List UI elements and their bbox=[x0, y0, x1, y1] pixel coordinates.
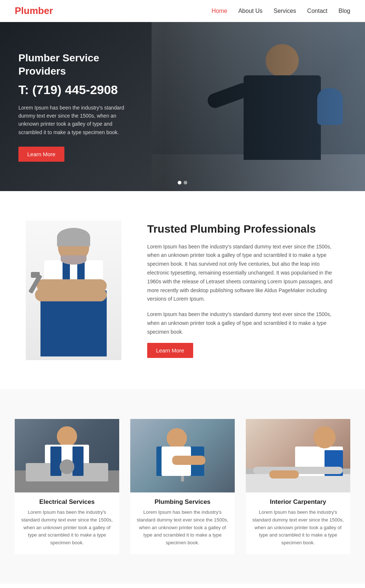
about-section: Trusted Plumbing Professionals Lorem Ips… bbox=[0, 191, 365, 390]
nav-item-about[interactable]: About Us bbox=[238, 8, 263, 14]
services-section: Electrical Services Lorem Ipsum has been… bbox=[0, 390, 365, 584]
nav-link-blog[interactable]: Blog bbox=[339, 8, 350, 14]
service-desc-carpentry: Lorem Ipsum has been the industry's stan… bbox=[246, 509, 350, 554]
service-title-plumbing: Plumbing Services bbox=[130, 492, 235, 509]
service-image-plumbing bbox=[130, 419, 235, 492]
nav-link-about[interactable]: About Us bbox=[238, 8, 263, 14]
about-image bbox=[26, 220, 121, 360]
about-paragraph-2: Lorem Ipsum has been the industry's stan… bbox=[147, 310, 343, 336]
hero-title: Plumber Service Providers bbox=[18, 51, 136, 78]
hero-description: Lorem Ipsum has been the industry's stan… bbox=[18, 104, 136, 137]
hero-section: Plumber Service Providers T: (719) 445-2… bbox=[0, 22, 365, 191]
hero-dot-2[interactable] bbox=[184, 181, 187, 184]
service-card-plumbing: Plumbing Services Lorem Ipsum has been t… bbox=[130, 419, 235, 554]
nav-link-services[interactable]: Services bbox=[273, 8, 296, 14]
nav-item-blog[interactable]: Blog bbox=[339, 8, 350, 14]
nav-link-contact[interactable]: Contact bbox=[307, 8, 327, 14]
service-title-carpentry: Interior Carpentary bbox=[246, 492, 350, 509]
nav-item-home[interactable]: Home bbox=[212, 8, 227, 14]
hero-phone: T: (719) 445-2908 bbox=[18, 83, 136, 97]
navbar: Plumber Home About Us Services Contact B… bbox=[0, 0, 365, 22]
service-image-carpentry bbox=[246, 419, 350, 492]
nav-links: Home About Us Services Contact Blog bbox=[212, 8, 350, 14]
service-image-electrical bbox=[15, 419, 119, 492]
logo[interactable]: Plumber bbox=[15, 5, 53, 17]
about-title: Trusted Plumbing Professionals bbox=[147, 223, 343, 235]
nav-item-contact[interactable]: Contact bbox=[307, 8, 327, 14]
hero-content: Plumber Service Providers T: (719) 445-2… bbox=[0, 51, 155, 162]
service-title-electrical: Electrical Services bbox=[15, 492, 119, 509]
about-image-wrapper bbox=[22, 220, 125, 360]
about-content: Trusted Plumbing Professionals Lorem Ips… bbox=[147, 223, 343, 358]
service-card-electrical: Electrical Services Lorem Ipsum has been… bbox=[15, 419, 119, 554]
about-paragraph-1: Lorem Ipsum has been the industry's stan… bbox=[147, 243, 343, 304]
about-cta-button[interactable]: Learn More bbox=[147, 343, 193, 358]
service-desc-electrical: Lorem Ipsum has been the industry's stan… bbox=[15, 509, 119, 554]
nav-link-home[interactable]: Home bbox=[212, 8, 227, 14]
service-desc-plumbing: Lorem Ipsum has been the industry's stan… bbox=[130, 509, 235, 554]
service-card-carpentry: Interior Carpentary Lorem Ipsum has been… bbox=[246, 419, 350, 554]
hero-cta-button[interactable]: Learn More bbox=[18, 147, 64, 162]
logo-text: Plumber bbox=[15, 5, 53, 16]
hero-dots bbox=[178, 181, 187, 184]
nav-item-services[interactable]: Services bbox=[273, 8, 296, 14]
services-grid: Electrical Services Lorem Ipsum has been… bbox=[15, 419, 350, 554]
hero-dot-1[interactable] bbox=[178, 181, 181, 184]
